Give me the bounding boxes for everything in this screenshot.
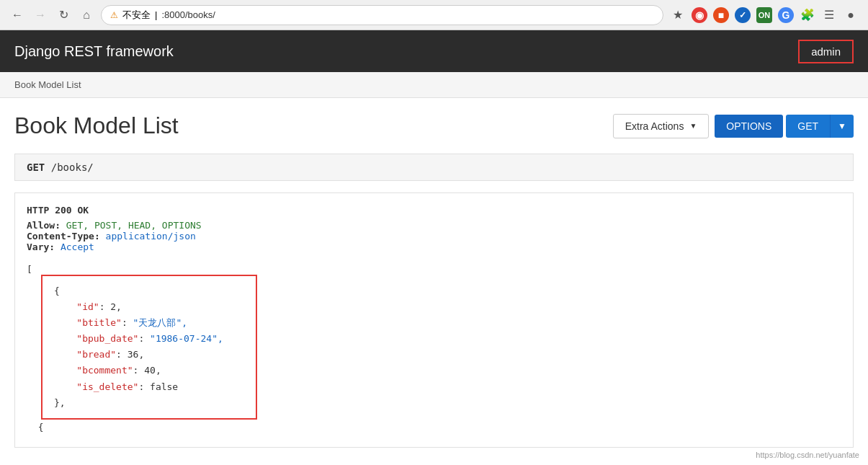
- get-url-bar: GET /books/: [14, 154, 854, 181]
- security-warning-text: 不安全: [122, 9, 151, 22]
- request-method: GET: [27, 161, 45, 173]
- json-display: [ { "id": 2, "btitle": "天龙八部", "bpub_dat…: [27, 264, 841, 435]
- address-separator: |: [155, 9, 157, 20]
- ext-list-button[interactable]: ☰: [820, 6, 838, 24]
- get-button[interactable]: GET: [786, 115, 830, 138]
- json-btitle-key: "btitle": [76, 317, 122, 328]
- json-next-item-indicator: {: [27, 420, 841, 435]
- back-button[interactable]: ←: [9, 6, 26, 24]
- allow-value: GET, POST, HEAD, OPTIONS: [66, 220, 202, 231]
- app-title: Django REST framework: [14, 43, 174, 60]
- extra-actions-button[interactable]: Extra Actions ▼: [613, 114, 710, 138]
- json-bpub-date-key: "bpub_date": [76, 333, 138, 344]
- get-dropdown-chevron-icon: ▼: [838, 121, 846, 131]
- json-is-delete-key: "is_delete": [76, 381, 138, 392]
- ext-orange-button[interactable]: ■: [712, 6, 730, 24]
- json-brace-close: },: [54, 395, 244, 411]
- url-text: :8000/books/: [161, 9, 215, 20]
- bookmark-button[interactable]: ★: [669, 6, 686, 24]
- json-id-key: "id": [76, 301, 99, 312]
- security-warning-icon: ⚠: [110, 10, 118, 20]
- json-object: { "id": 2, "btitle": "天龙八部", "bpub_date"…: [41, 275, 257, 420]
- content-type-key: Content-Type:: [27, 231, 100, 242]
- get-dropdown-button[interactable]: ▼: [830, 115, 854, 138]
- address-bar[interactable]: ⚠ 不安全 | :8000/books/: [101, 5, 663, 25]
- action-buttons: Extra Actions ▼ OPTIONS GET ▼: [613, 114, 854, 138]
- ext-google-button[interactable]: G: [777, 6, 795, 24]
- page-title: Book Model List: [14, 112, 179, 139]
- json-bcomment-val: 40,: [144, 365, 161, 376]
- page-header: Book Model List Extra Actions ▼ OPTIONS …: [14, 112, 854, 139]
- json-bpub-date-line: "bpub_date": "1986-07-24",: [54, 331, 244, 347]
- allow-header: Allow: GET, POST, HEAD, OPTIONS: [27, 220, 841, 231]
- ext-check-icon: ✓: [735, 7, 751, 23]
- content-type-header: Content-Type: application/json: [27, 231, 841, 242]
- response-status: HTTP 200 OK: [27, 205, 841, 216]
- response-headers: Allow: GET, POST, HEAD, OPTIONS Content-…: [27, 220, 841, 252]
- json-array-open: [: [27, 264, 32, 275]
- json-is-delete-val: false: [150, 381, 178, 392]
- breadcrumb-bar: Book Model List: [0, 72, 868, 98]
- allow-key: Allow:: [27, 220, 61, 231]
- json-btitle-line: "btitle": "天龙八部",: [54, 315, 244, 331]
- reload-button[interactable]: ↻: [55, 6, 72, 24]
- json-bcomment-key: "bcomment": [76, 365, 133, 376]
- browser-icons: ★ ◉ ■ ✓ ON G 🧩 ☰ ●: [669, 6, 859, 24]
- options-button[interactable]: OPTIONS: [715, 115, 783, 138]
- ext-red-button[interactable]: ◉: [691, 6, 708, 24]
- breadcrumb-text: Book Model List: [14, 79, 81, 90]
- json-id-val: 2,: [110, 301, 122, 312]
- main-content: Book Model List Extra Actions ▼ OPTIONS …: [0, 98, 868, 462]
- ext-blue-check-button[interactable]: ✓: [734, 6, 751, 24]
- extra-actions-label: Extra Actions: [625, 120, 684, 132]
- profile-button[interactable]: ●: [842, 6, 859, 24]
- ext-google-icon: G: [778, 7, 794, 23]
- request-url: /books/: [51, 161, 94, 173]
- ext-green-button[interactable]: ON: [756, 6, 773, 24]
- vary-header: Vary: Accept: [27, 242, 841, 252]
- admin-button[interactable]: admin: [798, 40, 854, 63]
- forward-button[interactable]: →: [32, 6, 49, 24]
- ext-puzzle-button[interactable]: 🧩: [799, 6, 816, 24]
- chevron-down-icon: ▼: [689, 122, 697, 130]
- home-button[interactable]: ⌂: [78, 6, 95, 24]
- json-id-line: "id": 2,: [54, 299, 244, 315]
- browser-chrome: ← → ↻ ⌂ ⚠ 不安全 | :8000/books/ ★ ◉ ■ ✓ ON …: [0, 0, 868, 30]
- get-button-group: GET ▼: [786, 115, 854, 138]
- response-panel: HTTP 200 OK Allow: GET, POST, HEAD, OPTI…: [14, 192, 854, 448]
- json-bpub-date-val: "1986-07-24",: [150, 333, 223, 344]
- app-header: Django REST framework admin: [0, 30, 868, 72]
- json-bcomment-line: "bcomment": 40,: [54, 363, 244, 378]
- watermark: https://blog.csdn.net/yuanfate: [756, 451, 859, 459]
- vary-key: Vary:: [27, 242, 55, 252]
- json-btitle-val: "天龙八部",: [133, 317, 187, 328]
- json-brace-open: {: [54, 283, 244, 299]
- ext-red-icon: ◉: [692, 7, 707, 23]
- ext-orange-icon: ■: [713, 7, 729, 23]
- json-bread-key: "bread": [76, 349, 116, 360]
- vary-value: Accept: [61, 242, 94, 252]
- content-type-value: application/json: [106, 231, 196, 242]
- json-is-delete-line: "is_delete": false: [54, 379, 244, 395]
- json-bread-line: "bread": 36,: [54, 347, 244, 363]
- ext-green-icon: ON: [756, 7, 772, 23]
- json-bread-val: 36,: [127, 349, 144, 360]
